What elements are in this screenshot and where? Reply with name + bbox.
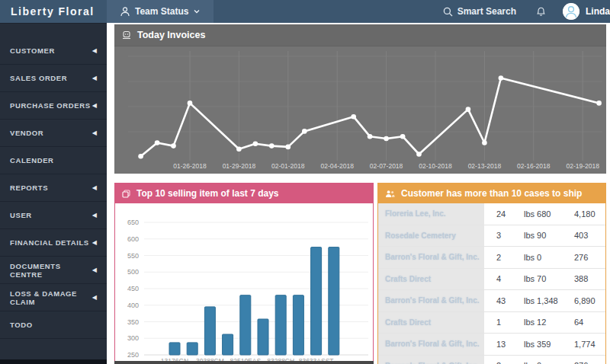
- line-point-02-06-2018[interactable]: [368, 134, 373, 139]
- caret-left-icon: ◀: [92, 240, 97, 246]
- x-axis-tick-label: 01-26-2018: [173, 162, 207, 170]
- notifications-button[interactable]: [536, 6, 546, 17]
- bar-item-5[interactable]: [240, 295, 251, 355]
- sidebar-item-label: SALES ORDER: [10, 74, 67, 82]
- panel-title: Top 10 selling item of last 7 days: [136, 188, 279, 199]
- sidebar-item-label: VENDOR: [10, 129, 43, 137]
- bar-item-8[interactable]: [293, 295, 303, 355]
- sidebar-item-sales-order[interactable]: SALES ORDER◀: [0, 65, 107, 92]
- bar-item-6[interactable]: [258, 319, 268, 355]
- sidebar-item-vendor[interactable]: VENDOR◀: [0, 120, 107, 147]
- table-row[interactable]: Barron's Floral & Gift, Inc.13lbs 3591,7…: [378, 334, 605, 356]
- panel-title: Today Invoices: [137, 30, 205, 40]
- bar-item-7[interactable]: [275, 295, 286, 355]
- sidebar-item-user[interactable]: USER◀: [0, 202, 107, 229]
- invoices-line: [141, 78, 599, 157]
- line-point-01-26-2018[interactable]: [188, 101, 193, 106]
- line-point-02-12-2018[interactable]: [466, 107, 471, 112]
- line-point-02-07-2018[interactable]: [384, 136, 389, 142]
- table-row[interactable]: Floreria Lee, Inc.24lbs 6804,180: [378, 203, 605, 225]
- caret-left-icon: ◀: [92, 212, 97, 219]
- line-point-02-13-2018[interactable]: [482, 140, 487, 145]
- sidebar-item-customer[interactable]: CUSTOMER◀: [0, 37, 107, 65]
- sidebar-item-reports[interactable]: REPORTS◀: [0, 174, 107, 202]
- cases-cell: 24: [484, 203, 524, 225]
- panel-customers-to-ship: Customer has more than 10 cases to ship …: [377, 183, 606, 364]
- line-point-02-05-2018[interactable]: [351, 114, 356, 120]
- panel-top10-items: Top 10 selling item of last 7 days 65060…: [114, 183, 374, 364]
- cases-cell: 2: [484, 356, 524, 364]
- team-status-menu[interactable]: Team Status: [107, 0, 214, 23]
- sidebar-item-calender[interactable]: CALENDER: [0, 147, 107, 174]
- line-point-01-24-2018[interactable]: [155, 140, 160, 145]
- sidebar-item-label: CALENDER: [10, 156, 54, 164]
- y-axis-tick-label: 600: [127, 235, 139, 243]
- table-row[interactable]: Barron's Floral & Gift, Inc.43lbs 1,3486…: [378, 290, 605, 312]
- smart-search[interactable]: Smart Search: [443, 6, 516, 17]
- line-point-01-29-2018[interactable]: [236, 146, 242, 152]
- top10-bar-chart: 65060055050045040035030025013176GN30388C…: [115, 203, 373, 364]
- table-row[interactable]: Barron's Floral & Gift, Inc.2lbs 0276: [378, 356, 605, 364]
- x-axis-tick-label: 02-13-2018: [468, 162, 502, 170]
- panel-today-invoices: Today Invoices 01-26-201801-29-201802-01…: [114, 24, 606, 174]
- table-row[interactable]: Rosedale Cemetery3lbs 90403: [378, 225, 605, 247]
- bar-item-3[interactable]: [204, 307, 215, 355]
- ship-table: Floreria Lee, Inc.24lbs 6804,180Rosedale…: [378, 203, 605, 364]
- bar-item-10[interactable]: [329, 247, 339, 355]
- caret-left-icon: ◀: [92, 130, 97, 136]
- table-row[interactable]: Crafts Direct1lbs 1264: [378, 312, 605, 334]
- sidebar-item-label: DOCUMENTS CENTRE: [10, 262, 92, 279]
- total-cell: 276: [574, 247, 588, 268]
- table-row[interactable]: Crafts Direct4lbs 70388: [378, 269, 605, 291]
- line-point-02-20-2018[interactable]: [596, 101, 602, 106]
- sidebar-item-label: CUSTOMER: [10, 46, 55, 55]
- y-axis-tick-label: 400: [127, 302, 139, 309]
- avatar[interactable]: [563, 3, 580, 20]
- line-point-02-08-2018[interactable]: [400, 134, 406, 139]
- brand-logo: Liberty Floral: [0, 5, 107, 18]
- sidebar-item-financial-details[interactable]: FINANCIAL DETAILS◀: [0, 229, 107, 257]
- panel-top10-header: Top 10 selling item of last 7 days: [115, 184, 373, 203]
- x-axis-tick-label: 02-19-2018: [566, 162, 599, 170]
- cases-cell: 3: [484, 225, 524, 247]
- username-label[interactable]: Linda: [586, 6, 610, 17]
- sidebar-item-label: USER: [10, 211, 32, 219]
- total-cell: 403: [574, 225, 588, 247]
- table-row[interactable]: Barron's Floral & Gift, Inc.2lbs 0276: [378, 247, 605, 269]
- cases-cell: 2: [484, 247, 524, 268]
- x-axis-tick-label: 02-07-2018: [370, 162, 403, 170]
- line-point-02-01-2018[interactable]: [286, 145, 291, 150]
- line-point-01-23-2018[interactable]: [138, 154, 143, 159]
- caret-left-icon: ◀: [92, 295, 97, 301]
- panel-ship-header: Customer has more than 10 cases to ship: [378, 184, 605, 203]
- y-axis-tick-label: 250: [127, 351, 139, 359]
- search-icon: [443, 7, 453, 17]
- lbs-cell: lbs 0: [524, 356, 574, 364]
- cases-cell: 13: [484, 334, 524, 355]
- smart-search-label: Smart Search: [458, 6, 516, 17]
- line-point-02-02-2018[interactable]: [302, 129, 307, 134]
- bell-icon: [536, 6, 546, 17]
- bar-item-1[interactable]: [169, 343, 180, 355]
- user-icon: [120, 7, 130, 17]
- x-axis-tick-label: 02-16-2018: [517, 162, 551, 170]
- line-point-01-30-2018[interactable]: [253, 142, 258, 147]
- bar-item-2[interactable]: [187, 343, 197, 355]
- sidebar-item-todo[interactable]: TODO: [0, 311, 107, 339]
- horizontal-scrollbar[interactable]: [114, 361, 374, 364]
- caret-left-icon: ◀: [92, 48, 97, 54]
- line-point-01-25-2018[interactable]: [171, 143, 176, 148]
- line-point-02-14-2018[interactable]: [499, 75, 504, 81]
- customer-name-cell: Crafts Direct: [378, 269, 484, 290]
- sidebar-item-purchase-orders[interactable]: PURCHASE ORDERS◀: [0, 92, 107, 120]
- bar-item-9[interactable]: [311, 247, 322, 355]
- bar-item-4[interactable]: [223, 334, 233, 355]
- line-point-01-31-2018[interactable]: [269, 143, 274, 148]
- caret-left-icon: ◀: [92, 75, 97, 81]
- x-axis-tick-label: 02-04-2018: [320, 162, 354, 170]
- sidebar-item-documents-centre[interactable]: DOCUMENTS CENTRE◀: [0, 257, 107, 284]
- total-cell: 388: [574, 269, 588, 290]
- line-point-02-09-2018[interactable]: [416, 152, 422, 157]
- sidebar-item-loss-damage-claim[interactable]: LOSS & DAMAGE CLAIM◀: [0, 284, 107, 311]
- total-cell: 6,890: [574, 290, 596, 311]
